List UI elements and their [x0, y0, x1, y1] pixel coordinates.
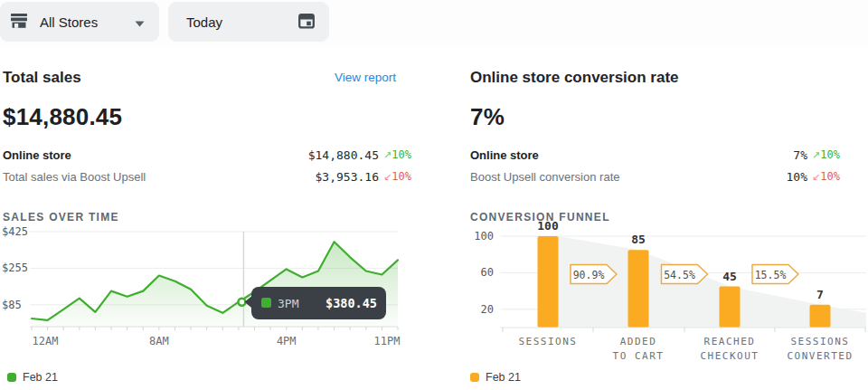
total-sales-title: Total sales	[3, 69, 81, 86]
arrow-up-icon: ↗	[812, 149, 820, 161]
arrow-up-icon: ↗	[383, 149, 392, 161]
legend-swatch-green	[7, 373, 16, 382]
svg-text:SESSIONS: SESSIONS	[519, 336, 578, 347]
metric-row-boost-upsell: Total sales via Boost Upsell $3,953.16 ↙…	[3, 166, 421, 187]
svg-text:CHECKOUT: CHECKOUT	[701, 350, 760, 362]
svg-text:SESSIONS: SESSIONS	[791, 336, 850, 347]
metric-row-online-store: Online store $14,880.45 ↗10%	[3, 144, 421, 166]
svg-text:60: 60	[481, 266, 494, 279]
sales-metric-rows: Online store $14,880.45 ↗10% Total sales…	[3, 144, 421, 187]
svg-text:85: 85	[631, 233, 646, 246]
chevron-down-icon	[135, 14, 145, 30]
metric-value: 7%	[793, 148, 807, 162]
metric-value: $3,953.16	[316, 170, 379, 184]
total-sales-big-value: $14,880.45	[3, 103, 421, 131]
store-selector-button[interactable]: All Stores	[0, 2, 159, 42]
svg-text:7: 7	[816, 288, 824, 301]
metric-label: Total sales via Boost Upsell	[3, 170, 316, 184]
conversion-rate-title: Online store conversion rate	[470, 69, 679, 86]
metric-value: $14,880.45	[308, 148, 379, 162]
conversion-rate-big-value: 7%	[470, 103, 850, 131]
svg-text:CONVERTED: CONVERTED	[787, 350, 853, 362]
sales-line-chart[interactable]: $425$255$8512AM8AM4PM11PM3PM$380.45	[0, 226, 425, 353]
svg-text:54.5%: 54.5%	[664, 269, 695, 281]
svg-text:8AM: 8AM	[149, 335, 169, 347]
metric-label: Online store	[3, 148, 308, 162]
store-selector-label: All Stores	[40, 14, 135, 30]
metric-row-boost-upsell: Boost Upsell conversion rate 10% ↙10%	[470, 166, 850, 187]
chart-tooltip: 3PM$380.45	[244, 287, 386, 319]
svg-text:100: 100	[537, 219, 559, 233]
svg-text:100: 100	[474, 230, 494, 243]
legend-label: Feb 21	[486, 371, 521, 384]
view-report-link[interactable]: View report	[335, 71, 396, 84]
date-selector-button[interactable]: Today	[168, 2, 329, 42]
date-selector-label: Today	[186, 14, 297, 30]
svg-text:12AM: 12AM	[33, 335, 59, 347]
svg-text:$380.45: $380.45	[326, 296, 377, 310]
svg-text:$85: $85	[2, 299, 22, 311]
svg-text:TO CART: TO CART	[613, 350, 665, 362]
metric-row-online-store: Online store 7% ↗10%	[470, 144, 850, 166]
storefront-icon	[9, 11, 29, 33]
metric-label: Boost Upsell conversion rate	[470, 170, 787, 184]
delta-down-badge: ↙10%	[379, 170, 421, 183]
svg-text:$425: $425	[2, 226, 28, 238]
svg-text:$255: $255	[2, 262, 28, 274]
svg-text:REACHED: REACHED	[704, 336, 756, 347]
conversion-funnel-chart[interactable]: 10060201008545790.9%54.5%15.5%SESSIONSAD…	[470, 217, 868, 371]
legend-swatch-orange	[470, 373, 479, 382]
svg-text:90.9%: 90.9%	[573, 269, 605, 281]
svg-text:3PM: 3PM	[278, 297, 299, 310]
conversion-rate-panel: Online store conversion rate 7% Online s…	[470, 47, 850, 224]
topbar: All Stores Today	[0, 0, 868, 47]
svg-text:4PM: 4PM	[277, 335, 297, 347]
conversion-metric-rows: Online store 7% ↗10% Boost Upsell conver…	[470, 144, 850, 187]
sales-legend: Feb 21	[7, 371, 58, 384]
sales-over-time-heading: SALES OVER TIME	[3, 211, 421, 224]
svg-text:15.5%: 15.5%	[755, 269, 787, 281]
arrow-down-icon: ↙	[383, 171, 392, 183]
calendar-icon	[297, 11, 316, 33]
svg-text:20: 20	[481, 303, 494, 316]
delta-up-badge: ↗10%	[379, 148, 421, 161]
total-sales-panel: Total sales View report $14,880.45 Onlin…	[3, 47, 421, 224]
delta-down-badge: ↙10%	[807, 170, 850, 183]
legend-label: Feb 21	[23, 371, 58, 384]
svg-text:11PM: 11PM	[374, 335, 401, 347]
arrow-down-icon: ↙	[812, 171, 820, 183]
delta-up-badge: ↗10%	[807, 148, 850, 161]
svg-text:ADDED: ADDED	[620, 336, 657, 347]
metric-label: Online store	[470, 148, 793, 162]
svg-text:45: 45	[722, 270, 737, 283]
metric-value: 10%	[787, 170, 807, 184]
funnel-legend: Feb 21	[470, 371, 521, 384]
